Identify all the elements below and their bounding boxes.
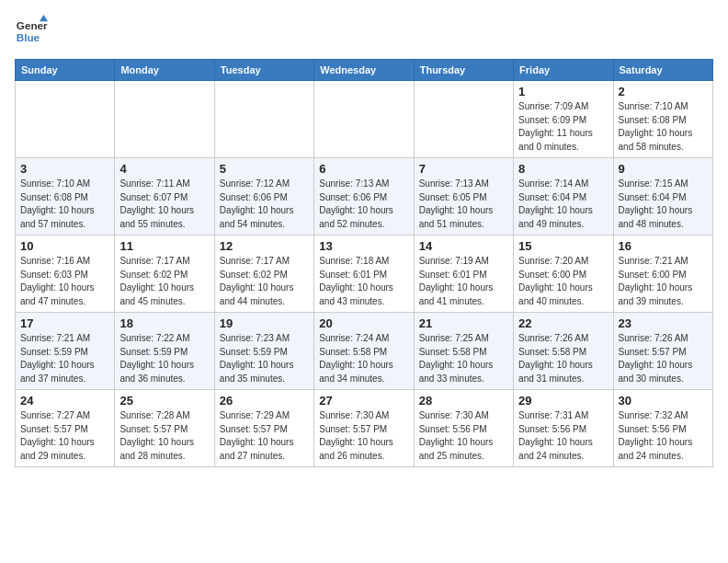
calendar-cell: 23Sunrise: 7:26 AM Sunset: 5:57 PM Dayli… (613, 313, 712, 390)
day-info: Sunrise: 7:26 AM Sunset: 5:57 PM Dayligh… (619, 332, 708, 385)
day-number: 20 (319, 316, 408, 330)
calendar-cell: 28Sunrise: 7:30 AM Sunset: 5:56 PM Dayli… (414, 390, 513, 467)
day-number: 27 (319, 394, 408, 408)
calendar-cell: 22Sunrise: 7:26 AM Sunset: 5:58 PM Dayli… (514, 313, 613, 390)
logo: General Blue (15, 15, 48, 48)
day-number: 17 (20, 316, 109, 330)
day-info: Sunrise: 7:17 AM Sunset: 6:02 PM Dayligh… (119, 255, 209, 308)
calendar-week-row: 1Sunrise: 7:09 AM Sunset: 6:09 PM Daylig… (16, 81, 713, 158)
calendar-cell: 29Sunrise: 7:31 AM Sunset: 5:56 PM Dayli… (514, 390, 613, 467)
day-info: Sunrise: 7:17 AM Sunset: 6:02 PM Dayligh… (220, 255, 309, 308)
calendar-cell: 21Sunrise: 7:25 AM Sunset: 5:58 PM Dayli… (414, 313, 513, 390)
calendar-cell: 8Sunrise: 7:14 AM Sunset: 6:04 PM Daylig… (514, 158, 613, 236)
day-info: Sunrise: 7:21 AM Sunset: 6:00 PM Dayligh… (619, 255, 708, 308)
calendar-cell (314, 81, 414, 158)
svg-text:Blue: Blue (17, 31, 40, 43)
day-info: Sunrise: 7:12 AM Sunset: 6:06 PM Dayligh… (220, 178, 309, 231)
weekday-header: Thursday (414, 60, 513, 81)
day-number: 16 (619, 239, 708, 253)
day-number: 14 (419, 239, 508, 253)
calendar-cell: 25Sunrise: 7:28 AM Sunset: 5:57 PM Dayli… (115, 390, 214, 467)
day-number: 3 (20, 162, 109, 176)
day-info: Sunrise: 7:21 AM Sunset: 5:59 PM Dayligh… (20, 332, 109, 385)
day-info: Sunrise: 7:30 AM Sunset: 5:56 PM Dayligh… (419, 409, 508, 463)
day-info: Sunrise: 7:15 AM Sunset: 6:04 PM Dayligh… (619, 178, 708, 231)
day-info: Sunrise: 7:23 AM Sunset: 5:59 PM Dayligh… (220, 332, 309, 385)
day-number: 1 (518, 85, 608, 98)
calendar-table: SundayMondayTuesdayWednesdayThursdayFrid… (15, 59, 713, 467)
day-number: 15 (518, 239, 608, 253)
calendar-cell: 10Sunrise: 7:16 AM Sunset: 6:03 PM Dayli… (16, 236, 115, 313)
calendar-cell: 14Sunrise: 7:19 AM Sunset: 6:01 PM Dayli… (414, 236, 513, 313)
weekday-header: Tuesday (214, 60, 313, 81)
calendar-cell: 11Sunrise: 7:17 AM Sunset: 6:02 PM Dayli… (115, 236, 214, 313)
day-number: 6 (319, 162, 408, 176)
day-info: Sunrise: 7:13 AM Sunset: 6:05 PM Dayligh… (419, 178, 508, 231)
day-number: 10 (20, 239, 109, 253)
day-info: Sunrise: 7:31 AM Sunset: 5:56 PM Dayligh… (518, 409, 608, 463)
calendar-cell (414, 81, 513, 158)
calendar-cell: 3Sunrise: 7:10 AM Sunset: 6:08 PM Daylig… (16, 158, 115, 236)
calendar-cell: 16Sunrise: 7:21 AM Sunset: 6:00 PM Dayli… (613, 236, 712, 313)
weekday-header: Monday (115, 60, 214, 81)
calendar-cell: 15Sunrise: 7:20 AM Sunset: 6:00 PM Dayli… (514, 236, 613, 313)
calendar-cell: 9Sunrise: 7:15 AM Sunset: 6:04 PM Daylig… (613, 158, 712, 236)
calendar-cell: 26Sunrise: 7:29 AM Sunset: 5:57 PM Dayli… (214, 390, 313, 467)
calendar-cell: 27Sunrise: 7:30 AM Sunset: 5:57 PM Dayli… (314, 390, 414, 467)
day-number: 30 (619, 394, 708, 408)
calendar-cell: 19Sunrise: 7:23 AM Sunset: 5:59 PM Dayli… (214, 313, 313, 390)
day-info: Sunrise: 7:30 AM Sunset: 5:57 PM Dayligh… (319, 409, 408, 463)
day-info: Sunrise: 7:19 AM Sunset: 6:01 PM Dayligh… (419, 255, 508, 308)
calendar-header-row: SundayMondayTuesdayWednesdayThursdayFrid… (16, 60, 713, 81)
day-number: 19 (220, 316, 309, 330)
day-info: Sunrise: 7:09 AM Sunset: 6:09 PM Dayligh… (518, 100, 608, 154)
day-number: 28 (419, 394, 508, 408)
day-info: Sunrise: 7:28 AM Sunset: 5:57 PM Dayligh… (119, 409, 209, 463)
day-info: Sunrise: 7:32 AM Sunset: 5:56 PM Dayligh… (619, 409, 708, 463)
day-number: 21 (419, 316, 508, 330)
day-number: 25 (119, 394, 209, 408)
calendar-cell: 12Sunrise: 7:17 AM Sunset: 6:02 PM Dayli… (214, 236, 313, 313)
day-info: Sunrise: 7:22 AM Sunset: 5:59 PM Dayligh… (119, 332, 209, 385)
day-number: 2 (619, 85, 708, 98)
calendar-cell: 6Sunrise: 7:13 AM Sunset: 6:06 PM Daylig… (314, 158, 414, 236)
calendar-cell (16, 81, 115, 158)
calendar-cell: 2Sunrise: 7:10 AM Sunset: 6:08 PM Daylig… (613, 81, 712, 158)
day-number: 8 (518, 162, 608, 176)
calendar-cell (115, 81, 214, 158)
day-info: Sunrise: 7:25 AM Sunset: 5:58 PM Dayligh… (419, 332, 508, 385)
day-number: 9 (619, 162, 708, 176)
day-info: Sunrise: 7:11 AM Sunset: 6:07 PM Dayligh… (119, 178, 209, 231)
calendar-week-row: 17Sunrise: 7:21 AM Sunset: 5:59 PM Dayli… (16, 313, 713, 390)
day-number: 18 (119, 316, 209, 330)
day-info: Sunrise: 7:26 AM Sunset: 5:58 PM Dayligh… (518, 332, 608, 385)
day-info: Sunrise: 7:10 AM Sunset: 6:08 PM Dayligh… (20, 178, 109, 231)
day-info: Sunrise: 7:10 AM Sunset: 6:08 PM Dayligh… (619, 100, 708, 154)
day-number: 26 (220, 394, 309, 408)
day-number: 11 (119, 239, 209, 253)
day-info: Sunrise: 7:20 AM Sunset: 6:00 PM Dayligh… (518, 255, 608, 308)
weekday-header: Friday (514, 60, 613, 81)
day-number: 24 (20, 394, 109, 408)
day-number: 12 (220, 239, 309, 253)
day-number: 5 (220, 162, 309, 176)
page-header: General Blue (15, 15, 713, 48)
calendar-cell: 1Sunrise: 7:09 AM Sunset: 6:09 PM Daylig… (514, 81, 613, 158)
day-info: Sunrise: 7:13 AM Sunset: 6:06 PM Dayligh… (319, 178, 408, 231)
calendar-cell: 20Sunrise: 7:24 AM Sunset: 5:58 PM Dayli… (314, 313, 414, 390)
calendar-cell: 18Sunrise: 7:22 AM Sunset: 5:59 PM Dayli… (115, 313, 214, 390)
day-number: 13 (319, 239, 408, 253)
calendar-cell: 24Sunrise: 7:27 AM Sunset: 5:57 PM Dayli… (16, 390, 115, 467)
calendar-cell: 17Sunrise: 7:21 AM Sunset: 5:59 PM Dayli… (16, 313, 115, 390)
day-info: Sunrise: 7:27 AM Sunset: 5:57 PM Dayligh… (20, 409, 109, 463)
logo-icon: General Blue (15, 15, 48, 48)
calendar-cell (214, 81, 313, 158)
day-number: 23 (619, 316, 708, 330)
calendar-cell: 7Sunrise: 7:13 AM Sunset: 6:05 PM Daylig… (414, 158, 513, 236)
weekday-header: Wednesday (314, 60, 414, 81)
calendar-week-row: 10Sunrise: 7:16 AM Sunset: 6:03 PM Dayli… (16, 236, 713, 313)
day-number: 29 (518, 394, 608, 408)
weekday-header: Saturday (613, 60, 712, 81)
calendar-week-row: 24Sunrise: 7:27 AM Sunset: 5:57 PM Dayli… (16, 390, 713, 467)
calendar-cell: 5Sunrise: 7:12 AM Sunset: 6:06 PM Daylig… (214, 158, 313, 236)
